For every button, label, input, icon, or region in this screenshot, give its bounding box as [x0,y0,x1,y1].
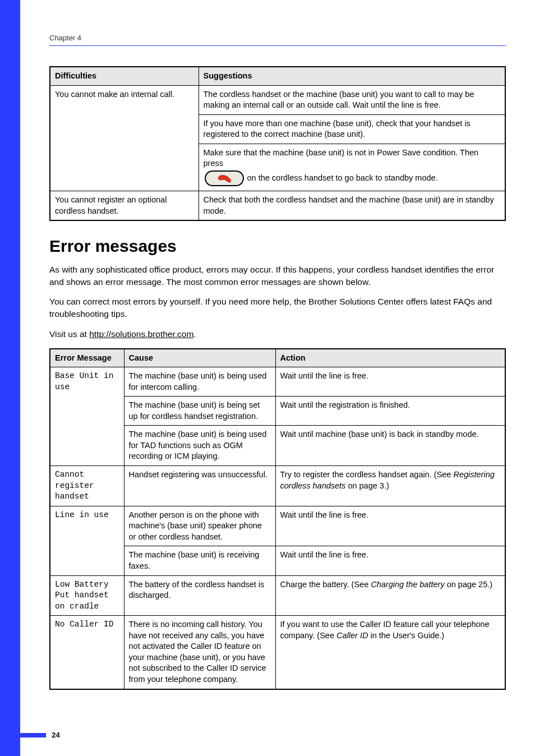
cross-ref: Charging the battery [371,580,444,589]
left-accent-bar [0,0,20,756]
cell-cause: There is no incoming call history. You h… [124,616,275,689]
cell-action: Wait until the line is free. [275,506,505,546]
section-heading: Error messages [49,237,506,256]
cell-action: Charge the battery. (See Charging the ba… [275,575,505,616]
col-header-action: Action [275,349,505,367]
difficulties-table: Difficulties Suggestions You cannot make… [49,66,506,221]
cell-error: Base Unit in use [50,367,124,466]
cell-suggestion: The cordless handset or the machine (bas… [199,85,505,114]
cell-cause: The machine (base unit) is being set up … [124,397,275,426]
cell-cause: The machine (base unit) is receiving fax… [124,546,275,575]
cross-ref: Caller ID [336,631,368,640]
text-pre-link: Visit us at [49,329,89,339]
cell-action: Wait until machine (base unit) is back i… [275,426,505,466]
page-content: Chapter 4 Difficulties Suggestions You c… [20,0,535,756]
text-post-link: . [193,329,196,339]
cell-cause: Handset registering was unsuccessful. [124,466,275,506]
col-header-error: Error Message [50,349,124,367]
footer-accent-bar [20,733,46,737]
end-call-button-icon [205,170,244,186]
cell-error: Cannot register handset [50,466,124,506]
table-row: Base Unit in use The machine (base unit)… [50,367,505,397]
col-header-difficulties: Difficulties [50,67,199,85]
col-header-suggestions: Suggestions [199,67,505,85]
table-header-row: Error Message Cause Action [50,349,505,367]
cell-cause: The battery of the cordless handset is d… [124,575,275,616]
paragraph: You can correct most errors by yourself.… [49,296,506,320]
table-row: Cannot register handset Handset register… [50,466,505,506]
page-number: 24 [52,731,59,739]
header-rule [49,45,506,46]
paragraph: Visit us at http://solutions.brother.com… [49,328,506,340]
cell-difficulty: You cannot make an internal call. [50,85,199,191]
error-messages-table: Error Message Cause Action Base Unit in … [49,348,506,690]
cell-cause: The machine (base unit) is being used fo… [124,367,275,397]
suggestion-text-post: on the cordless handset to go back to st… [247,173,438,184]
cell-difficulty: You cannot register an optional cordless… [50,191,199,220]
cell-cause: Another person is on the phone with mach… [124,506,275,546]
cell-action: Wait until the registration is finished. [275,397,505,426]
cell-error: Line in use [50,506,124,575]
col-header-cause: Cause [124,349,275,367]
cell-action: Wait until the line is free. [275,367,505,397]
cell-action: Wait until the line is free. [275,546,505,575]
cell-suggestion: Make sure that the machine (base unit) i… [199,144,505,191]
table-row: You cannot register an optional cordless… [50,191,505,220]
cell-suggestion: Check that both the cordless handset and… [199,191,505,220]
cell-error: No Caller ID [50,616,124,689]
cell-action: Try to register the cordless handset aga… [275,466,505,506]
cell-action: If you want to use the Caller ID feature… [275,616,505,689]
table-row: Line in use Another person is on the pho… [50,506,505,546]
table-row: No Caller ID There is no incoming call h… [50,616,505,689]
suggestion-text-pre: Make sure that the machine (base unit) i… [204,147,501,169]
paragraph: As with any sophisticated office product… [49,264,506,288]
table-row: Low Battery Put handset on cradle The ba… [50,575,505,616]
page-footer: 24 [20,729,60,739]
chapter-header: Chapter 4 [49,34,506,42]
cell-error: Low Battery Put handset on cradle [50,575,124,616]
cell-suggestion: If you have more than one machine (base … [199,114,505,144]
cell-cause: The machine (base unit) is being used fo… [124,426,275,466]
solutions-link[interactable]: http://solutions.brother.com [89,329,193,339]
handset-glyph-icon [217,174,234,185]
table-row: You cannot make an internal call. The co… [50,85,505,114]
table-header-row: Difficulties Suggestions [50,67,505,85]
